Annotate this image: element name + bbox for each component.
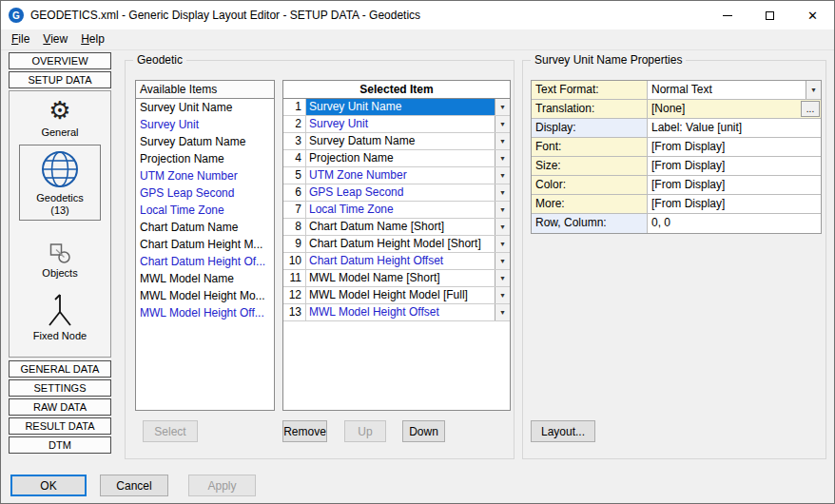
item-dropdown[interactable]: Survey Datum Name ▼ xyxy=(306,133,510,149)
list-item[interactable]: Survey Unit xyxy=(136,116,274,133)
chevron-down-icon[interactable]: ▼ xyxy=(495,253,510,269)
item-dropdown[interactable]: Projection Name ▼ xyxy=(306,150,510,166)
nav-item-label: Fixed Node xyxy=(33,330,87,342)
chevron-down-icon[interactable]: ▼ xyxy=(495,167,510,184)
table-row[interactable]: 1 Survey Unit Name ▼ xyxy=(283,99,510,116)
sidebar-item-overview[interactable]: OVERVIEW xyxy=(9,52,111,69)
table-row[interactable]: 2 Survey Unit ▼ xyxy=(283,116,510,133)
sidebar-item-dtm[interactable]: DTM xyxy=(9,436,111,454)
table-row[interactable]: 9 Chart Datum Height Model [Short] ▼ xyxy=(283,236,510,253)
table-row[interactable]: 10 Chart Datum Height Offset ▼ xyxy=(283,253,510,270)
chevron-down-icon[interactable]: ▼ xyxy=(495,150,510,166)
nav-item-fixed-node[interactable]: Fixed Node xyxy=(10,293,110,342)
chevron-down-icon[interactable]: ▼ xyxy=(495,219,510,235)
nav-item-geodetics[interactable]: Geodetics (13) xyxy=(19,145,101,221)
table-row[interactable]: 7 Local Time Zone ▼ xyxy=(283,202,510,219)
property-label: Text Format: xyxy=(532,81,648,99)
property-value-cell[interactable]: Label: Value [unit] xyxy=(648,119,821,137)
item-dropdown[interactable]: Survey Unit ▼ xyxy=(306,116,510,132)
chevron-down-icon[interactable]: ▼ xyxy=(495,304,510,320)
layout-button[interactable]: Layout... xyxy=(531,420,595,442)
menu-help[interactable]: Help xyxy=(74,29,111,49)
menu-view[interactable]: View xyxy=(36,29,74,49)
nav-item-objects[interactable]: Objects xyxy=(10,242,110,280)
setup-nav-panel: ⚙ General Geodetics (13) xyxy=(9,90,111,358)
table-row[interactable]: 4 Projection Name ▼ xyxy=(283,150,510,167)
remove-button[interactable]: Remove xyxy=(282,420,327,442)
item-dropdown[interactable]: MWL Model Name [Short] ▼ xyxy=(306,270,510,286)
sidebar-item-general-data[interactable]: GENERAL DATA xyxy=(9,360,111,378)
chevron-down-icon[interactable]: ▼ xyxy=(806,81,821,99)
list-item[interactable]: Local Time Zone xyxy=(136,202,274,219)
nav-item-count: (13) xyxy=(50,204,69,217)
chevron-down-icon[interactable]: ▼ xyxy=(495,270,510,286)
item-dropdown[interactable]: Local Time Zone ▼ xyxy=(306,202,510,218)
item-dropdown[interactable]: Chart Datum Name [Short] ▼ xyxy=(306,219,510,235)
available-items-header: Available Items xyxy=(136,81,274,99)
chevron-down-icon[interactable]: ▼ xyxy=(495,133,510,149)
list-item[interactable]: UTM Zone Number xyxy=(136,167,274,184)
sidebar-item-setup-data[interactable]: SETUP DATA xyxy=(9,71,111,88)
select-button[interactable]: Select xyxy=(143,420,198,442)
menu-file[interactable]: File xyxy=(5,29,36,49)
row-number: 8 xyxy=(283,219,306,235)
close-button[interactable]: ✕ xyxy=(791,1,834,29)
chevron-down-icon[interactable]: ▼ xyxy=(495,116,510,132)
chevron-down-icon[interactable]: ▼ xyxy=(495,202,510,218)
dialog-content: OVERVIEW SETUP DATA ⚙ General Geodetics xyxy=(1,50,834,503)
table-row[interactable]: 8 Chart Datum Name [Short] ▼ xyxy=(283,219,510,236)
list-item[interactable]: Chart Datum Height M... xyxy=(136,236,274,253)
cancel-button[interactable]: Cancel xyxy=(100,475,168,496)
list-item[interactable]: Survey Datum Name xyxy=(136,133,274,150)
minimize-button[interactable] xyxy=(706,1,748,29)
property-value-cell[interactable]: [From Display] xyxy=(648,195,821,213)
item-label: Chart Datum Name [Short] xyxy=(306,219,495,235)
list-item[interactable]: MWL Model Height Off... xyxy=(136,304,274,321)
row-number: 4 xyxy=(283,150,306,166)
selected-items-table[interactable]: Selected Item 1 Survey Unit Name ▼ 2 Sur… xyxy=(282,80,511,411)
chevron-down-icon[interactable]: ▼ xyxy=(495,184,510,201)
chevron-down-icon[interactable]: ▼ xyxy=(495,99,510,115)
list-item[interactable]: Chart Datum Height Of... xyxy=(136,253,274,270)
table-row[interactable]: 3 Survey Datum Name ▼ xyxy=(283,133,510,150)
item-dropdown[interactable]: MWL Model Height Model [Full] ▼ xyxy=(306,287,510,303)
property-value-cell[interactable]: [From Display] xyxy=(648,138,821,156)
list-item[interactable]: GPS Leap Second xyxy=(136,184,274,202)
sidebar-item-settings[interactable]: SETTINGS xyxy=(9,379,111,397)
up-button[interactable]: Up xyxy=(344,420,386,442)
nav-item-general[interactable]: ⚙ General xyxy=(10,97,110,139)
list-item[interactable]: MWL Model Height Mo... xyxy=(136,287,274,304)
property-value-dropdown[interactable]: Normal Text ▼ xyxy=(648,81,821,99)
item-dropdown[interactable]: MWL Model Height Offset ▼ xyxy=(306,304,510,320)
property-value-cell[interactable]: 0, 0 xyxy=(648,214,821,233)
table-row[interactable]: 5 UTM Zone Number ▼ xyxy=(283,167,510,184)
ellipsis-button[interactable]: ... xyxy=(801,101,820,117)
table-row[interactable]: 6 GPS Leap Second ▼ xyxy=(283,184,510,202)
table-row[interactable]: 12 MWL Model Height Model [Full] ▼ xyxy=(283,287,510,304)
item-dropdown[interactable]: Survey Unit Name ▼ xyxy=(306,99,510,115)
item-label: Chart Datum Height Model [Short] xyxy=(306,236,495,252)
sidebar-item-raw-data[interactable]: RAW DATA xyxy=(9,398,111,416)
table-row[interactable]: 13 MWL Model Height Offset ▼ xyxy=(283,304,510,321)
item-dropdown[interactable]: UTM Zone Number ▼ xyxy=(306,167,510,184)
sidebar-item-result-data[interactable]: RESULT DATA xyxy=(9,417,111,435)
property-value-cell[interactable]: [From Display] xyxy=(648,157,821,175)
table-row[interactable]: 11 MWL Model Name [Short] ▼ xyxy=(283,270,510,287)
list-item[interactable]: MWL Model Name xyxy=(136,270,274,287)
apply-button[interactable]: Apply xyxy=(188,475,256,496)
list-item[interactable]: Projection Name xyxy=(136,150,274,167)
list-item[interactable]: Survey Unit Name xyxy=(136,99,274,116)
chevron-down-icon[interactable]: ▼ xyxy=(495,287,510,303)
item-dropdown[interactable]: GPS Leap Second ▼ xyxy=(306,184,510,201)
item-dropdown[interactable]: Chart Datum Height Offset ▼ xyxy=(306,253,510,269)
property-value-picker[interactable]: [None] ... xyxy=(648,100,821,118)
maximize-button[interactable] xyxy=(748,1,791,29)
item-dropdown[interactable]: Chart Datum Height Model [Short] ▼ xyxy=(306,236,510,252)
ok-button[interactable]: OK xyxy=(10,475,87,496)
property-value-cell[interactable]: [From Display] xyxy=(648,176,821,194)
item-label: MWL Model Height Offset xyxy=(306,304,495,320)
available-items-list[interactable]: Available Items Survey Unit Name Survey … xyxy=(135,80,275,411)
list-item[interactable]: Chart Datum Name xyxy=(136,219,274,236)
down-button[interactable]: Down xyxy=(402,420,445,442)
chevron-down-icon[interactable]: ▼ xyxy=(495,236,510,252)
